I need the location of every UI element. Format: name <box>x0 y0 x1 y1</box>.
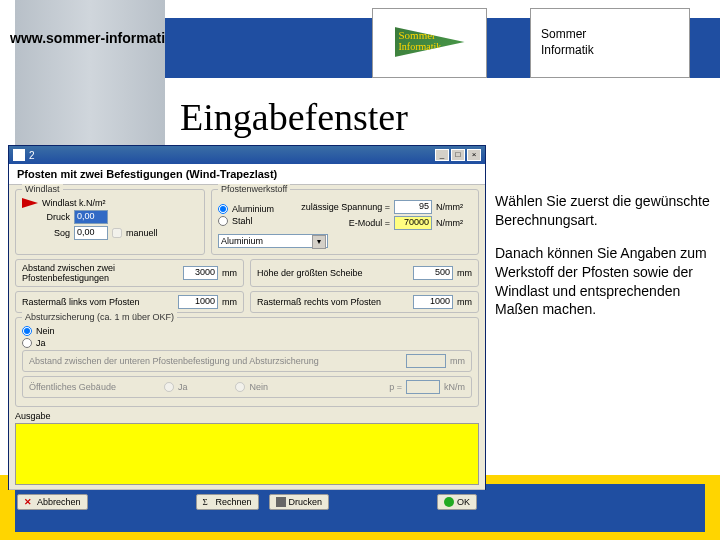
logo-text: Sommer Informatik <box>541 27 594 58</box>
radio-stahl-label: Stahl <box>232 216 253 226</box>
dialog-button-bar: ✕Abbrechen ΣRechnen Drucken OK <box>9 489 485 514</box>
p-unit: kN/m <box>444 382 465 392</box>
raster-links-input[interactable]: 1000 <box>178 295 218 309</box>
absturz-ja-label: Ja <box>36 338 46 348</box>
row-raster-links: Rastermaß links vom Pfosten 1000 mm <box>15 291 244 313</box>
dialog-heading: Pfosten mit zwei Befestigungen (Wind-Tra… <box>9 164 485 185</box>
drucken-button[interactable]: Drucken <box>269 494 330 510</box>
mm-unit-2: mm <box>457 268 472 278</box>
druck-label: Druck <box>22 212 70 222</box>
absturz-group: Absturzsicherung (ca. 1 m über OKF) Nein… <box>15 317 479 407</box>
werkstoff-group: Pfostenwerkstoff Aluminium Stahl zulässi… <box>211 189 479 255</box>
x-icon: ✕ <box>24 497 34 507</box>
werkstoff-combo[interactable]: Aluminium <box>218 234 328 248</box>
logo-flag-icon <box>395 27 465 57</box>
radio-aluminium-label: Aluminium <box>232 204 274 214</box>
absturz-radio-nein[interactable] <box>22 326 32 336</box>
page-title: Eingabefenster <box>180 95 408 139</box>
mm-unit-1: mm <box>222 268 237 278</box>
print-icon <box>276 497 286 507</box>
row-raster-rechts: Rastermaß rechts vom Pfosten 1000 mm <box>250 291 479 313</box>
logo-text-box: Sommer Informatik <box>530 8 690 78</box>
spannung-input[interactable]: 95 <box>394 200 432 214</box>
side-p1: Wählen Sie zuerst die gewünschte Berechn… <box>495 192 710 230</box>
manuell-label: manuell <box>126 228 158 238</box>
sog-label: Sog <box>22 228 70 238</box>
raster-rechts-input[interactable]: 1000 <box>413 295 453 309</box>
windlast-group-label: Windlast <box>22 184 63 194</box>
emodul-input[interactable]: 70000 <box>394 216 432 230</box>
rechnen-button[interactable]: ΣRechnen <box>196 494 259 510</box>
windlast-group: Windlast Windlast k.N/m² Druck 0,00 Sog … <box>15 189 205 255</box>
input-dialog: 2 _ □ × Pfosten mit zwei Befestigungen (… <box>8 145 486 490</box>
absturz-radio-ja[interactable] <box>22 338 32 348</box>
spannung-label: zulässige Spannung = <box>294 202 390 212</box>
ausgabe-label: Ausgabe <box>15 411 51 421</box>
abbrechen-button[interactable]: ✕Abbrechen <box>17 494 88 510</box>
abstand-befest-label: Abstand zwischen zwei Pfostenbefestigung… <box>22 263 175 283</box>
hoehe-scheibe-label: Höhe der größten Scheibe <box>257 268 363 278</box>
dialog-icon <box>13 149 25 161</box>
hoehe-scheibe-input[interactable]: 500 <box>413 266 453 280</box>
flag-icon <box>22 198 38 208</box>
radio-aluminium[interactable] <box>218 204 228 214</box>
close-button[interactable]: × <box>467 149 481 161</box>
dialog-window-title: 2 <box>29 150 35 161</box>
abstand-befest-input[interactable]: 3000 <box>183 266 218 280</box>
werkstoff-group-label: Pfostenwerkstoff <box>218 184 290 194</box>
dialog-titlebar[interactable]: 2 _ □ × <box>9 146 485 164</box>
side-p2: Danach können Sie Angaben zum Werkstoff … <box>495 244 710 320</box>
logo-flag-box <box>372 8 487 78</box>
mm-unit-4: mm <box>457 297 472 307</box>
ok-button[interactable]: OK <box>437 494 477 510</box>
gebaeude-radio-ja <box>164 382 174 392</box>
druck-input[interactable]: 0,00 <box>74 210 108 224</box>
absturz-nein-label: Nein <box>36 326 55 336</box>
gebaeude-ja-label: Ja <box>178 382 188 392</box>
row-gebaeude: Öffentliches Gebäude Ja Nein p = kN/m <box>22 376 472 398</box>
p-input <box>406 380 440 394</box>
gebaeude-radio-nein <box>235 382 245 392</box>
absturz-group-label: Absturzsicherung (ca. 1 m über OKF) <box>22 312 177 322</box>
emodul-unit: N/mm² <box>436 218 463 228</box>
row-abstand-befest: Abstand zwischen zwei Pfostenbefestigung… <box>15 259 244 287</box>
p-label: p = <box>389 382 402 392</box>
abstand-unten-unit: mm <box>450 356 465 366</box>
mm-unit-3: mm <box>222 297 237 307</box>
sog-input[interactable]: 0,00 <box>74 226 108 240</box>
raster-rechts-label: Rastermaß rechts vom Pfosten <box>257 297 381 307</box>
maximize-button[interactable]: □ <box>451 149 465 161</box>
emodul-label: E-Modul = <box>294 218 390 228</box>
side-description: Wählen Sie zuerst die gewünschte Berechn… <box>495 192 710 333</box>
minimize-button[interactable]: _ <box>435 149 449 161</box>
windlast-label: Windlast k.N/m² <box>42 198 106 208</box>
spannung-unit: N/mm² <box>436 202 463 212</box>
ok-icon <box>444 497 454 507</box>
row-hoehe-scheibe: Höhe der größten Scheibe 500 mm <box>250 259 479 287</box>
radio-stahl[interactable] <box>218 216 228 226</box>
manuell-checkbox <box>112 228 122 238</box>
gebaeude-label: Öffentliches Gebäude <box>29 382 116 392</box>
gebaeude-nein-label: Nein <box>249 382 268 392</box>
abstand-unten-label: Abstand zwischen der unteren Pfostenbefe… <box>29 356 319 366</box>
row-abstand-unten: Abstand zwischen der unteren Pfostenbefe… <box>22 350 472 372</box>
output-area <box>15 423 479 485</box>
raster-links-label: Rastermaß links vom Pfosten <box>22 297 140 307</box>
abstand-unten-input <box>406 354 446 368</box>
sigma-icon: Σ <box>203 497 213 507</box>
